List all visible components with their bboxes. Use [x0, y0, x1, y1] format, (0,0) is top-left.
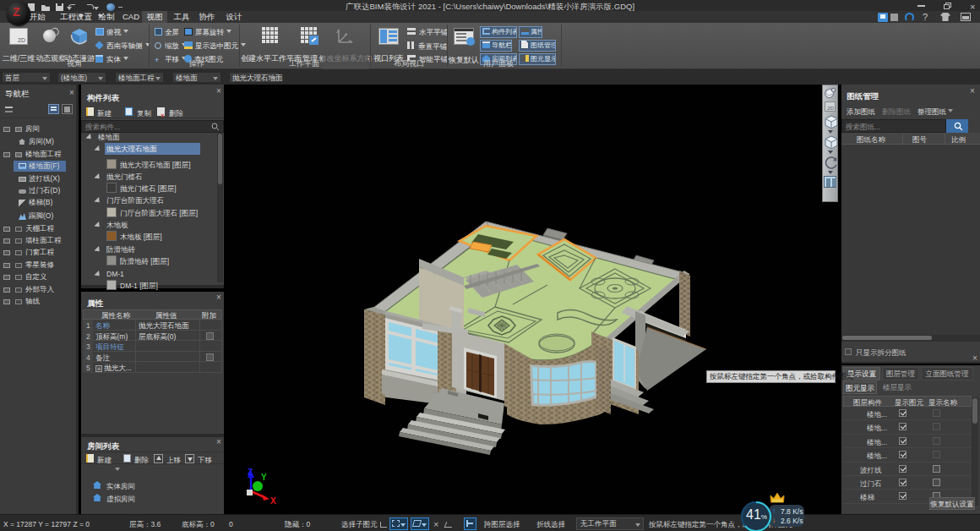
svg-text:Z: Z [248, 468, 253, 477]
svg-text:Y: Y [261, 473, 267, 482]
svg-text:X: X [270, 496, 276, 506]
